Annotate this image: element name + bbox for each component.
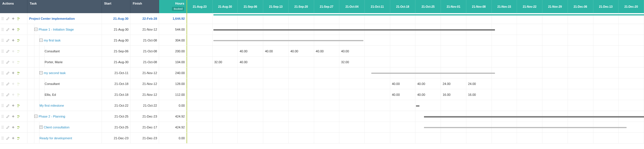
user-icon[interactable] [17,126,20,129]
timeline-cell[interactable] [314,67,340,78]
timeline-cell[interactable] [517,57,542,67]
timeline-cell[interactable]: 40.00 [339,46,365,56]
timeline-cell[interactable] [213,122,238,132]
user-icon[interactable] [17,17,20,20]
timeline-col-header[interactable]: 21-Nov-08 [466,0,492,13]
drag-icon[interactable] [1,93,5,96]
timeline-cell[interactable]: 16.00 [441,89,466,100]
timeline-cell[interactable] [314,100,340,111]
user-icon[interactable] [17,104,20,107]
timeline-cell[interactable] [213,78,238,89]
timeline-cell[interactable]: 40.00 [415,78,441,89]
timeline-cell[interactable]: 32.00 [213,57,238,67]
timeline-cell[interactable] [339,133,365,143]
timeline-cell[interactable] [568,46,593,56]
timeline-cell[interactable]: 32.00 [339,57,365,67]
task-name[interactable]: my first task [44,39,61,42]
timeline-cell[interactable] [213,111,238,122]
add-icon[interactable] [11,136,15,140]
header-finish[interactable]: Finish [130,0,159,13]
timeline-cell[interactable] [593,67,619,78]
timeline-cell[interactable] [568,100,593,111]
timeline-col-header[interactable]: 21-Aug-23 [187,0,213,13]
timeline-col-header[interactable]: 21-Dec-13 [593,0,619,13]
user-icon[interactable] [17,115,20,118]
timeline-cell[interactable] [365,57,390,67]
timeline-cell[interactable] [339,67,365,78]
timeline-cell[interactable] [314,111,340,122]
drag-icon[interactable] [1,39,5,42]
header-hours[interactable]: Hours Booked [159,0,187,13]
timeline-cell[interactable] [213,133,238,143]
drag-icon[interactable] [1,17,5,20]
timeline-cell[interactable] [441,46,466,56]
edit-icon[interactable] [6,60,10,64]
timeline-cell[interactable] [619,89,644,100]
timeline-cell[interactable] [466,46,492,56]
drag-icon[interactable] [1,115,5,118]
drag-icon[interactable] [1,136,5,140]
timeline-cell[interactable] [492,67,517,78]
add-icon[interactable] [11,71,15,75]
header-start[interactable]: Start [102,0,130,13]
timeline-cell[interactable] [339,111,365,122]
expand-toggle[interactable]: − [39,39,43,42]
timeline-cell[interactable] [492,46,517,56]
timeline-cell[interactable] [213,89,238,100]
edit-icon[interactable] [6,82,10,86]
timeline-col-header[interactable]: 21-Oct-04 [339,0,365,13]
timeline-cell[interactable]: 40.00 [263,46,289,56]
timeline-cell[interactable] [365,133,390,143]
drag-icon[interactable] [1,126,5,129]
task-name[interactable]: Project Center implementation [29,17,75,20]
timeline-cell[interactable] [339,122,365,132]
gantt-bar[interactable] [371,73,495,74]
timeline-cell[interactable]: 40.00 [238,57,263,67]
timeline-cell[interactable] [542,24,568,35]
drag-icon[interactable] [1,28,5,31]
timeline-cell[interactable] [187,24,213,35]
timeline-cell[interactable]: 24.00 [466,78,492,89]
timeline-col-header[interactable]: 21-Sep-20 [289,0,314,13]
timeline-cell[interactable] [542,133,568,143]
timeline-cell[interactable] [542,46,568,56]
expand-toggle[interactable]: − [34,28,37,31]
timeline-cell[interactable] [263,111,289,122]
timeline-cell[interactable] [365,122,390,132]
timeline-cell[interactable] [187,89,213,100]
timeline-col-header[interactable]: 21-Sep-06 [238,0,263,13]
timeline-cell[interactable] [492,24,517,35]
add-icon[interactable] [11,115,15,118]
timeline-cell[interactable] [441,100,466,111]
timeline-cell[interactable] [187,46,213,56]
timeline-cell[interactable] [619,67,644,78]
timeline-cell[interactable] [517,24,542,35]
expand-toggle[interactable]: + [39,126,43,129]
timeline-cell[interactable] [593,100,619,111]
timeline-cell[interactable] [619,24,644,35]
timeline-col-header[interactable]: 21-Nov-01 [441,0,466,13]
edit-icon[interactable] [6,136,10,140]
timeline-cell[interactable] [593,78,619,89]
timeline-cell[interactable] [289,122,314,132]
timeline-cell[interactable] [568,35,593,45]
timeline-cell[interactable] [593,133,619,143]
timeline-col-header[interactable]: 21-Nov-15 [492,0,517,13]
task-name[interactable]: Client consultation [44,126,70,129]
timeline-cell[interactable] [390,111,416,122]
timeline-cell[interactable] [339,100,365,111]
timeline-cell[interactable] [238,133,263,143]
timeline-cell[interactable] [542,100,568,111]
timeline-cell[interactable] [314,122,340,132]
expand-toggle[interactable]: − [39,71,43,74]
add-icon[interactable] [11,104,15,107]
timeline-cell[interactable] [365,46,390,56]
timeline-cell[interactable] [593,57,619,67]
timeline-cell[interactable] [314,57,340,67]
timeline-cell[interactable] [365,78,390,89]
timeline-cell[interactable] [187,57,213,67]
timeline-cell[interactable] [365,35,390,45]
timeline-cell[interactable] [187,111,213,122]
timeline-cell[interactable] [492,100,517,111]
timeline-cell[interactable] [542,78,568,89]
